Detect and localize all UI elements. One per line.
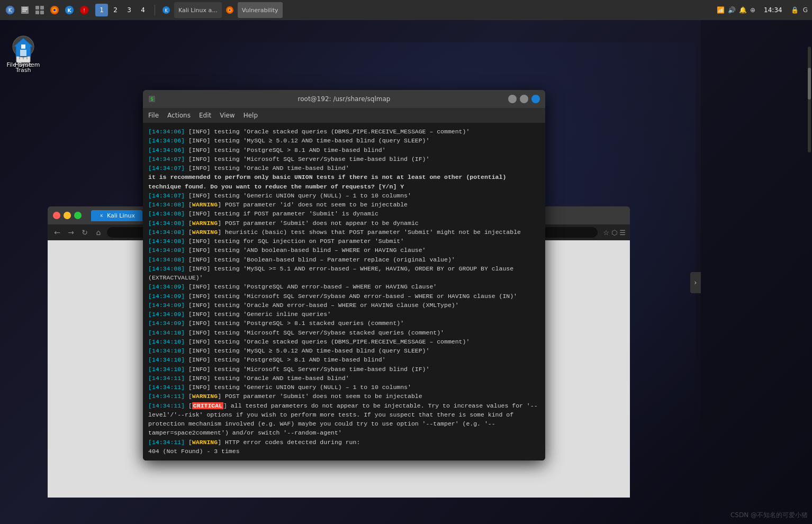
term-line-13: [14:34:08] [INFO] testing 'Boolean-based… (148, 255, 540, 264)
term-line-1: [14:34:06] [INFO] testing 'Oracle stacke… (148, 127, 540, 136)
term-line-2: [14:34:06] [INFO] testing 'MySQL ≥ 5.0.1… (148, 136, 540, 145)
term-line-26: [14:34:11] [INFO] testing 'Generic UNION… (148, 383, 540, 392)
term-line-15: [14:34:09] [INFO] testing 'PostgreSQL AN… (148, 282, 540, 291)
term-line-28: [14:34:11] [WARNING] HTTP error codes de… (148, 438, 540, 447)
menu-icon[interactable]: ☰ (619, 229, 626, 237)
bookmark-icon[interactable]: ☆ (603, 229, 609, 237)
svg-rect-8 (35, 11, 39, 14)
terminal-controls (508, 95, 540, 103)
terminal-minimize-btn[interactable] (508, 95, 517, 103)
terminal-title: root@192: /usr/share/sqlmap (298, 95, 391, 103)
term-line-20: [14:34:10] [INFO] testing 'Microsoft SQL… (148, 328, 540, 337)
term-line-8: [14:34:08] [INFO] testing if POST parame… (148, 209, 540, 218)
svg-point-12 (53, 9, 56, 11)
term-line-19: [14:34:09] [INFO] testing 'PostgreSQL > … (148, 319, 540, 328)
svg-text:K: K (101, 214, 103, 218)
terminal-maximize-btn[interactable] (520, 95, 528, 103)
term-line-bold: it is recommended to perform only basic … (148, 173, 540, 191)
nav-home-btn[interactable]: ⌂ (93, 227, 104, 238)
menu-file[interactable]: File (148, 112, 159, 119)
term-line-27: [14:34:11] [WARNING] POST parameter 'Sub… (148, 392, 540, 401)
system-menu-icon[interactable]: K (4, 4, 16, 16)
term-line-9: [14:34:08] [WARNING] POST parameter 'Sub… (148, 219, 540, 228)
system-tray: 📶 🔊 🔔 ⊕ (717, 6, 755, 14)
kali-linux-tab[interactable]: K Kali Linux (91, 210, 142, 221)
home-desktop-icon[interactable]: Home (2, 31, 44, 71)
svg-text:K: K (165, 8, 168, 13)
desktop-icons: Trash File System Home (0, 20, 47, 31)
nav-refresh-btn[interactable]: ↻ (79, 227, 90, 238)
taskbar-app-vulnerability-label: Vulnerability (242, 7, 278, 14)
svg-rect-33 (21, 44, 25, 49)
svg-rect-7 (40, 6, 44, 10)
term-line-16: [14:34:09] [INFO] testing 'Microsoft SQL… (148, 292, 540, 301)
nav-fwd-btn[interactable]: → (66, 227, 76, 238)
term-line-5: [14:34:07] [INFO] testing 'Oracle AND ti… (148, 164, 540, 173)
workspace-1[interactable]: 1 (95, 4, 108, 16)
lock-icon: 🔒 (791, 6, 799, 14)
user-icon: G (803, 6, 808, 14)
term-line-12: [14:34:08] [INFO] testing 'AND boolean-b… (148, 246, 540, 255)
notification-icon: 🔔 (739, 6, 747, 14)
svg-rect-5 (22, 11, 26, 12)
power-icon: ⊕ (750, 6, 755, 14)
taskbar-manager-icon[interactable] (34, 4, 46, 16)
menu-edit[interactable]: Edit (199, 112, 211, 119)
workspace-2[interactable]: 2 (109, 4, 122, 16)
term-line-10: [14:34:08] [WARNING] heuristic (basic) t… (148, 228, 540, 237)
taskbar-kali-icon[interactable]: K (64, 4, 75, 16)
home-icon (11, 34, 36, 59)
network-icon: 📶 (717, 6, 725, 14)
right-sidebar: › (701, 20, 812, 524)
taskbar-firefox-icon[interactable] (49, 4, 60, 16)
taskbar-left: K K ! 1 2 (4, 2, 283, 18)
svg-rect-9 (40, 11, 44, 14)
workspace-3[interactable]: 3 (123, 4, 136, 16)
sidebar-toggle-btn[interactable]: › (690, 272, 701, 293)
home-label: Home (15, 61, 32, 68)
taskbar-app-vulnerability[interactable]: Vulnerability (238, 2, 283, 18)
taskbar-red-icon[interactable]: ! (78, 4, 90, 16)
extension-icon[interactable]: ⬡ (611, 229, 617, 237)
term-line-critical: [14:34:11] [CRITICAL] all tested paramet… (148, 401, 540, 438)
sidebar-scrollbar-thumb[interactable] (808, 68, 811, 100)
term-line-25: [14:34:11] [INFO] testing 'Oracle AND ti… (148, 374, 540, 383)
taskbar-app-kali-icon: K (160, 4, 172, 16)
sidebar-scrollbar-track (808, 47, 811, 152)
workspace-switcher: 1 2 3 4 (95, 4, 149, 16)
nav-back-btn[interactable]: ← (52, 227, 62, 238)
menu-actions[interactable]: Actions (167, 112, 191, 119)
svg-rect-3 (22, 7, 28, 8)
terminal-titlebar: $ root@192: /usr/share/sqlmap (143, 90, 545, 108)
sidebar-content (701, 20, 812, 524)
taskbar-app-kali-label: Kali Linux a... (178, 7, 218, 14)
desktop: K K ! 1 2 (0, 0, 812, 524)
workspace-4[interactable]: 4 (137, 4, 149, 16)
term-line-18: [14:34:09] [INFO] testing 'Generic inlin… (148, 310, 540, 319)
system-clock: 14:34 (760, 6, 787, 14)
menu-view[interactable]: View (220, 112, 234, 119)
taskbar-files-icon[interactable] (19, 4, 31, 16)
term-line-29: 404 (Not Found) - 3 times (148, 447, 540, 456)
volume-icon: 🔊 (728, 6, 736, 14)
svg-rect-6 (35, 6, 39, 10)
svg-rect-32 (20, 50, 26, 56)
terminal-window: $ root@192: /usr/share/sqlmap File Actio… (143, 90, 545, 460)
menu-help[interactable]: Help (243, 112, 258, 119)
term-line-17: [14:34:09] [INFO] testing 'Oracle AND er… (148, 301, 540, 310)
terminal-close-btn[interactable] (531, 95, 540, 103)
terminal-body[interactable]: [14:34:06] [INFO] testing 'Oracle stacke… (143, 123, 545, 460)
kali-linux-tab-label: Kali Linux (107, 212, 135, 219)
term-line-7: [14:34:08] [WARNING] POST parameter 'id'… (148, 200, 540, 209)
taskbar-app-kali[interactable]: Kali Linux a... (174, 2, 222, 18)
term-line-22: [14:34:10] [INFO] testing 'MySQL ≥ 5.0.1… (148, 346, 540, 355)
taskbar-right: 📶 🔊 🔔 ⊕ 14:34 🔒 G (717, 6, 808, 14)
svg-text:K: K (8, 7, 12, 13)
term-line-23: [14:34:10] [INFO] testing 'PostgreSQL > … (148, 355, 540, 364)
svg-point-21 (229, 10, 230, 11)
term-line-21: [14:34:10] [INFO] testing 'Oracle stacke… (148, 337, 540, 346)
term-line-4: [14:34:07] [INFO] testing 'Microsoft SQL… (148, 155, 540, 164)
term-line-11: [14:34:08] [INFO] testing for SQL inject… (148, 237, 540, 246)
term-line-6: [14:34:07] [INFO] testing 'Generic UNION… (148, 191, 540, 200)
svg-rect-4 (22, 9, 28, 10)
